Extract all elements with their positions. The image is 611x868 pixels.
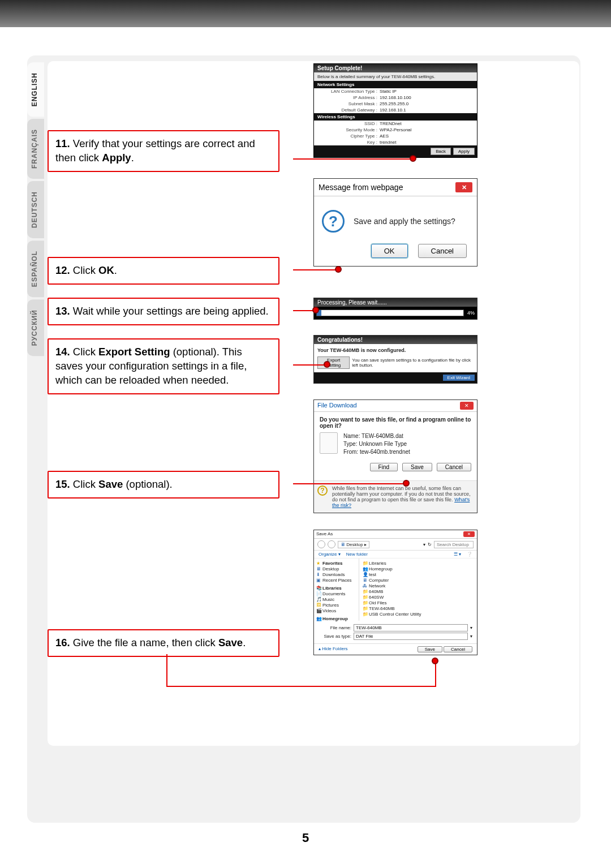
warning-text: While files from the Internet can be use…: [332, 485, 471, 502]
cancel-button[interactable]: Cancel: [418, 244, 467, 258]
ip-value: 192.168.10.100: [380, 95, 411, 100]
connector-line: [293, 158, 413, 160]
save-button[interactable]: Save: [402, 463, 432, 471]
connector-line: [293, 269, 338, 270]
key-label: Key :: [317, 140, 380, 145]
from-label: From:: [343, 449, 358, 455]
item-libraries[interactable]: Libraries: [369, 561, 386, 566]
progress-bar: [316, 310, 464, 316]
step-16-text-b: .: [243, 637, 246, 648]
cancel-button[interactable]: Cancel: [437, 463, 471, 471]
lang-tab-english[interactable]: ENGLISH: [27, 62, 44, 117]
connector-line: [166, 654, 167, 686]
view-icons-icon[interactable]: ☰ ▾: [454, 552, 461, 557]
nav-fwd-icon[interactable]: [328, 540, 335, 548]
item-homegroup[interactable]: Homegroup: [369, 566, 393, 571]
item-tew640mb[interactable]: TEW-640MB: [369, 606, 395, 611]
hide-folders-link[interactable]: ▴ Hide Folders: [319, 646, 348, 652]
connector-line: [293, 483, 406, 484]
close-icon[interactable]: ✕: [455, 182, 472, 192]
cipher-label: Cipher Type :: [317, 134, 380, 139]
close-icon[interactable]: ✕: [460, 402, 474, 410]
nav-desktop[interactable]: Desktop: [322, 566, 339, 571]
saveastype-input[interactable]: [354, 633, 468, 640]
ip-label: IP Address :: [317, 95, 380, 100]
nav-videos[interactable]: Videos: [322, 608, 336, 613]
organize-menu[interactable]: Organize ▾: [319, 552, 341, 557]
libraries-group: Libraries: [322, 586, 342, 591]
close-icon[interactable]: ✕: [463, 531, 475, 537]
item-usb-utility[interactable]: USB Control Center Utility: [369, 612, 421, 617]
folder-view: 📁Libraries 👥Homegroup 👤test 🖥Computer 🖧N…: [359, 558, 477, 621]
top-gradient-bar: [0, 0, 611, 27]
key-value: trendnet: [380, 140, 396, 145]
processing-title: Processing, Please wait......: [314, 298, 477, 307]
step-15-text-a: Click: [70, 478, 98, 490]
export-setting-button[interactable]: Export Setting: [317, 356, 350, 369]
page-number: 5: [0, 831, 611, 845]
screenshot-file-download: File Download ✕ Do you want to save this…: [313, 399, 477, 513]
step-13-num: 13.: [55, 305, 70, 317]
ok-button[interactable]: OK: [371, 244, 408, 258]
lang-tab-espanol[interactable]: ESPAÑOL: [27, 240, 44, 297]
connector-dot: [432, 658, 438, 664]
help-icon[interactable]: ❔: [467, 552, 472, 557]
lang-tab-deutsch[interactable]: DEUTSCH: [27, 181, 44, 238]
item-test[interactable]: test: [369, 572, 376, 577]
connector-line: [293, 364, 327, 366]
step-12-bold: OK: [98, 264, 114, 276]
cipher-value: AES: [380, 134, 389, 139]
screenshot-congratulations: Congratulations! Your TEW-640MB is now c…: [313, 335, 477, 384]
cancel-button[interactable]: Cancel: [444, 646, 472, 652]
connector-line: [166, 686, 435, 687]
item-computer[interactable]: Computer: [369, 578, 389, 583]
step-14-text-a: Click: [70, 346, 98, 358]
filename-label: File name:: [319, 625, 351, 630]
item-640mb[interactable]: 640MB: [369, 589, 383, 594]
warning-icon: ?: [317, 485, 328, 496]
save-button[interactable]: Save: [418, 646, 442, 652]
filename-input[interactable]: [354, 624, 468, 631]
gw-value: 192.168.10.1: [380, 108, 406, 113]
nav-back-icon[interactable]: [317, 540, 325, 548]
content-panel: 11. Verify that your settings are correc…: [48, 61, 579, 746]
setup-complete-title: Setup Complete!: [314, 64, 477, 72]
find-button[interactable]: Find: [370, 463, 398, 471]
step-11-bold: Apply: [102, 152, 131, 164]
lang-tab-francais[interactable]: FRANÇAIS: [27, 119, 44, 179]
step-12-num: 12.: [55, 264, 70, 276]
nav-downloads[interactable]: Downloads: [322, 572, 345, 577]
exit-wizard-button[interactable]: Exit Wizard: [443, 375, 475, 381]
step-14-bold: Export Setting: [98, 346, 170, 358]
gw-label: Default Gateway :: [317, 108, 380, 113]
nav-pictures[interactable]: Pictures: [322, 603, 339, 608]
step-11-text-a: Verify that your settings are correct an…: [55, 137, 255, 164]
step-12-box: 12. Click OK.: [48, 257, 279, 285]
apply-button[interactable]: Apply: [453, 148, 475, 155]
connector-dot: [335, 266, 342, 273]
nav-documents[interactable]: Documents: [322, 591, 345, 596]
step-11-text-b: .: [131, 152, 134, 164]
lang-tab-russkiy[interactable]: РУССКИЙ: [27, 299, 44, 356]
nav-pane: ★Favorites 🖥Desktop ⬇Downloads ▣Recent P…: [314, 558, 359, 621]
item-oldfiles[interactable]: Old Files: [369, 600, 387, 605]
back-button[interactable]: Back: [431, 148, 451, 155]
step-15-bold: Save: [98, 478, 123, 490]
wireless-settings-header: Wireless Settings: [314, 113, 477, 121]
configured-text: Your TEW-640MB is now configured.: [317, 347, 474, 353]
sec-value: WPA2-Personal: [380, 127, 411, 132]
export-hint: You can save system settings to a config…: [352, 358, 474, 368]
nav-recent[interactable]: Recent Places: [322, 578, 352, 583]
saveastype-label: Save as type:: [319, 634, 351, 639]
new-folder-button[interactable]: New folder: [346, 552, 368, 557]
search-input[interactable]: [434, 541, 474, 548]
location-path[interactable]: Desktop ▸: [346, 542, 367, 547]
name-label: Name:: [343, 433, 360, 439]
screenshot-save-as: Save As ✕ 🖥 Desktop ▸ ▾↻ Organize ▾ New …: [313, 530, 477, 655]
nav-music[interactable]: Music: [322, 597, 334, 602]
save-as-title: Save As: [316, 531, 333, 537]
item-640sw[interactable]: 640SW: [369, 595, 384, 600]
progress-percent: 4%: [464, 310, 475, 316]
item-network[interactable]: Network: [369, 583, 385, 588]
lan-type-value: Static IP: [380, 89, 397, 94]
